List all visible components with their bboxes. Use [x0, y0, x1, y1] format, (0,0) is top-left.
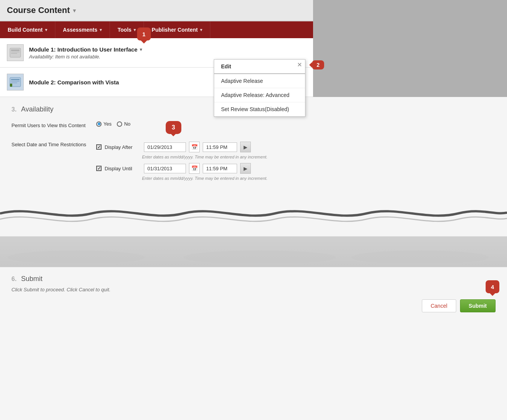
page-title: Course Content [7, 5, 70, 15]
callout-bubble-4: 4 [486, 280, 499, 293]
callout-bubble-3: 3 [166, 121, 181, 134]
yes-label: Yes [103, 121, 111, 127]
nav-tools-caret: ▾ [134, 27, 136, 32]
svg-point-11 [351, 250, 489, 263]
nav-build-content-caret: ▾ [45, 27, 47, 32]
svg-rect-3 [11, 53, 17, 54]
permit-users-radio-group: Yes No [96, 121, 131, 127]
module-1-title: Module 1: Introduction to User Interface [29, 46, 137, 53]
adaptive-release-advanced-label: Adaptive Release: Advanced [221, 92, 289, 98]
date-restrictions-label: Select Date and Time Restrictions [11, 140, 92, 147]
yes-radio-option[interactable]: Yes [96, 121, 111, 127]
display-after-checkbox[interactable] [96, 144, 102, 150]
display-after-row: Display After 📅 ▶ [96, 142, 268, 152]
time-arrow-icon-2: ▶ [244, 166, 247, 171]
display-after-time-input[interactable] [203, 142, 237, 152]
svg-rect-2 [11, 52, 19, 52]
submit-header: 6. Submit [11, 275, 496, 283]
availability-section-number: 3. [11, 106, 16, 113]
no-radio-option[interactable]: No [117, 121, 131, 127]
submit-buttons-area: 4 Cancel Submit [11, 299, 496, 312]
bottom-content: 3. Availability Permit Users to View thi… [0, 97, 507, 420]
display-until-hint: Enter dates as mm/dd/yyyy. Time may be e… [142, 176, 268, 181]
display-until-checkbox[interactable] [96, 166, 102, 171]
context-menu-set-review-status[interactable]: Set Review Status(Disabled) [214, 102, 305, 116]
context-menu-edit[interactable]: Edit 2 [214, 60, 305, 74]
context-menu-adaptive-release-advanced[interactable]: Adaptive Release: Advanced [214, 88, 305, 102]
module-2-icon [7, 74, 24, 90]
availability-section-title: Availability [21, 105, 53, 113]
display-after-time-arrow-button[interactable]: ▶ [240, 142, 251, 152]
wave-divider [0, 202, 507, 233]
title-dropdown-arrow[interactable]: ▾ [73, 7, 76, 14]
display-after-date-input[interactable] [144, 142, 186, 152]
wave-bg-area [0, 236, 507, 267]
no-radio-button[interactable] [117, 121, 122, 127]
module-1-dropdown-arrow[interactable]: ▾ [140, 47, 142, 52]
callout-bubble-2: 2 [312, 60, 324, 69]
navbar: Build Content ▾ Assessments ▾ Tools ▾ Pu… [0, 21, 313, 38]
svg-rect-6 [11, 81, 19, 82]
content-area: Module 1: Introduction to User Interface… [0, 38, 313, 97]
context-menu-edit-label: Edit [221, 63, 231, 69]
cancel-button[interactable]: Cancel [422, 299, 456, 312]
context-menu-adaptive-release[interactable]: Adaptive Release [214, 74, 305, 88]
nav-assessments-caret: ▾ [100, 27, 102, 32]
submit-number: 6. [11, 276, 16, 283]
display-until-time-input[interactable] [203, 164, 237, 173]
date-restrictions-row: Select Date and Time Restrictions Displa… [11, 140, 496, 184]
course-content-header: Course Content ▾ [0, 0, 313, 21]
display-after-label: Display After [105, 144, 141, 150]
module-1-icon [7, 44, 24, 61]
svg-rect-7 [11, 82, 17, 83]
date-restriction-block: Display After 📅 ▶ Enter dates as mm/dd/y… [96, 142, 268, 184]
top-right-background [313, 0, 507, 97]
svg-rect-5 [11, 79, 19, 80]
no-label: No [124, 121, 131, 127]
permit-users-row: Permit Users to View this Content Yes No… [11, 121, 496, 134]
availability-form: Permit Users to View this Content Yes No… [0, 117, 507, 198]
submit-button[interactable]: Submit [460, 299, 496, 312]
display-until-calendar-button[interactable]: 📅 [189, 163, 200, 174]
nav-assessments[interactable]: Assessments ▾ [55, 21, 110, 38]
bottom-section: 3. Availability Permit Users to View thi… [0, 97, 507, 420]
module-2-title: Module 2: Comparison with Vista [29, 79, 119, 86]
display-until-row: Display Until 📅 ▶ [96, 163, 268, 174]
nav-publisher-content[interactable]: Publisher Content ▾ [144, 21, 210, 38]
module-1-availability: Availability: Item is not available. [29, 54, 306, 60]
adaptive-release-label: Adaptive Release [221, 78, 263, 84]
yes-radio-button[interactable] [96, 121, 102, 127]
nav-publisher-label: Publisher Content [152, 27, 198, 33]
submit-section: 6. Submit Click Submit to proceed. Click… [0, 267, 507, 320]
display-until-date-input[interactable] [144, 164, 186, 173]
set-review-status-label: Set Review Status(Disabled) [221, 106, 289, 112]
display-after-calendar-button[interactable]: 📅 [189, 142, 200, 152]
nav-publisher-caret: ▾ [200, 27, 202, 32]
submit-description: Click Submit to proceed. Click Cancel to… [11, 287, 496, 292]
context-menu: ✕ Edit 2 Adaptive Release Adaptive Relea… [214, 59, 305, 117]
nav-build-content-label: Build Content [8, 27, 43, 33]
module-1-title-row: Module 1: Introduction to User Interface… [29, 46, 306, 53]
submit-title: Submit [21, 275, 42, 283]
svg-rect-8 [10, 84, 12, 87]
nav-build-content[interactable]: Build Content ▾ [0, 21, 55, 38]
svg-rect-1 [11, 50, 19, 51]
svg-point-10 [183, 250, 336, 263]
calendar-icon-2: 📅 [191, 165, 198, 171]
module-1-row: Module 1: Introduction to User Interface… [0, 38, 313, 68]
svg-rect-0 [10, 48, 21, 57]
permit-users-label: Permit Users to View this Content [11, 121, 92, 128]
display-after-hint: Enter dates as mm/dd/yyyy. Time may be e… [142, 155, 268, 159]
svg-point-9 [8, 250, 145, 263]
calendar-icon: 📅 [191, 144, 198, 150]
callout-bubble-1: 1 [137, 27, 151, 40]
display-until-label: Display Until [105, 166, 141, 171]
nav-tools-label: Tools [118, 27, 131, 33]
display-until-time-arrow-button[interactable]: ▶ [240, 163, 251, 174]
nav-assessments-label: Assessments [63, 27, 97, 33]
time-arrow-icon: ▶ [244, 144, 247, 150]
module-1-info: Module 1: Introduction to User Interface… [29, 46, 306, 60]
